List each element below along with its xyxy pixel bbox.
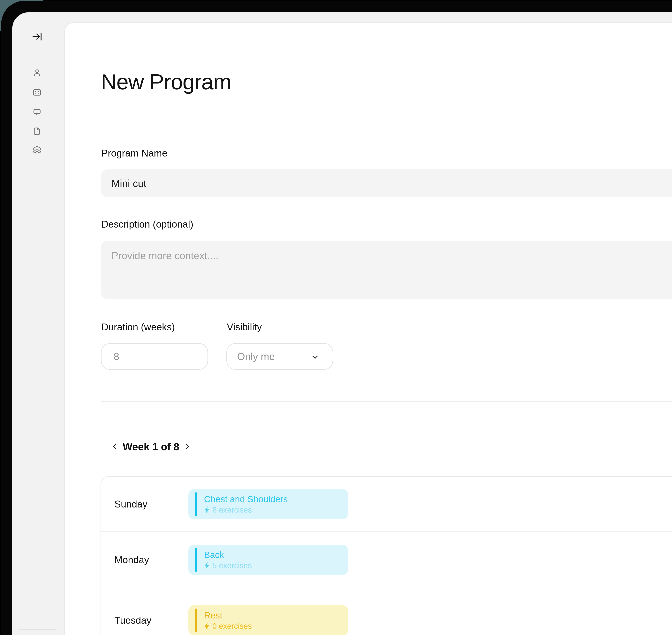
sidebar-item-dashboard[interactable] <box>31 86 43 98</box>
expand-sidebar-button[interactable] <box>31 31 43 42</box>
workout-name: Rest <box>204 611 252 620</box>
sidebar-item-messages[interactable] <box>31 106 43 118</box>
visibility-select[interactable]: Only me <box>226 343 333 370</box>
visibility-value: Only me <box>237 351 275 362</box>
lightning-bolt-icon <box>204 506 210 513</box>
dashboard-icon <box>32 88 42 97</box>
exercise-count: 5 exercises <box>212 562 252 569</box>
main-panel: New Program Program Name Mini cut Descri… <box>64 22 672 635</box>
description-placeholder: Provide more context.... <box>111 250 218 261</box>
week-navigation: Week 1 of 8 <box>108 437 194 456</box>
lightning-bolt-icon <box>204 562 210 569</box>
next-week-button[interactable] <box>180 437 194 456</box>
chevron-down-icon <box>310 352 320 362</box>
description-textarea[interactable]: Provide more context.... <box>101 241 672 299</box>
arrow-to-bar-icon <box>31 31 43 42</box>
day-label: Sunday <box>114 499 188 510</box>
week-schedule-card: Sunday Chest and Shoulders 8 exercises M… <box>101 476 672 635</box>
program-name-label: Program Name <box>101 148 167 159</box>
program-name-input[interactable]: Mini cut <box>101 169 672 197</box>
day-label: Monday <box>114 554 188 566</box>
exercise-count: 8 exercises <box>212 506 252 514</box>
person-icon <box>32 68 42 78</box>
workout-chip-sunday[interactable]: Chest and Shoulders 8 exercises <box>188 489 348 519</box>
table-row-tuesday: Tuesday Rest 0 exercises <box>101 588 672 635</box>
section-divider <box>101 401 672 402</box>
week-indicator: Week 1 of 8 <box>122 441 180 453</box>
visibility-label: Visibility <box>227 322 262 333</box>
chip-accent-bar <box>195 548 197 572</box>
chip-accent-bar <box>195 609 197 632</box>
chevron-left-icon <box>111 442 119 451</box>
table-row-monday: Monday Back 5 exercises <box>101 532 672 588</box>
sidebar-item-settings[interactable] <box>31 145 43 156</box>
chevron-right-icon <box>183 442 191 451</box>
workout-chip-tuesday[interactable]: Rest 0 exercises <box>188 605 348 635</box>
sidebar-resize-handle <box>19 629 56 630</box>
day-label: Tuesday <box>114 615 188 626</box>
lightning-bolt-icon <box>204 622 210 630</box>
description-label: Description (optional) <box>101 219 193 230</box>
chip-accent-bar <box>195 492 197 516</box>
duration-value: 8 <box>113 351 119 362</box>
table-row-sunday: Sunday Chest and Shoulders 8 exercises <box>101 477 672 532</box>
page-title: New Program <box>101 69 231 94</box>
workout-name: Back <box>204 550 252 559</box>
chat-bubble-icon <box>32 107 42 117</box>
exercise-count: 0 exercises <box>212 622 252 630</box>
program-name-value: Mini cut <box>111 177 146 189</box>
sidebar <box>12 12 64 635</box>
duration-label: Duration (weeks) <box>101 322 175 333</box>
gear-icon <box>32 146 42 155</box>
workout-chip-monday[interactable]: Back 5 exercises <box>188 545 348 575</box>
document-icon <box>32 127 42 136</box>
sidebar-item-profile[interactable] <box>31 67 43 79</box>
duration-input[interactable]: 8 <box>101 343 208 370</box>
workout-name: Chest and Shoulders <box>204 495 288 504</box>
previous-week-button[interactable] <box>108 437 122 456</box>
sidebar-item-documents[interactable] <box>31 125 43 137</box>
